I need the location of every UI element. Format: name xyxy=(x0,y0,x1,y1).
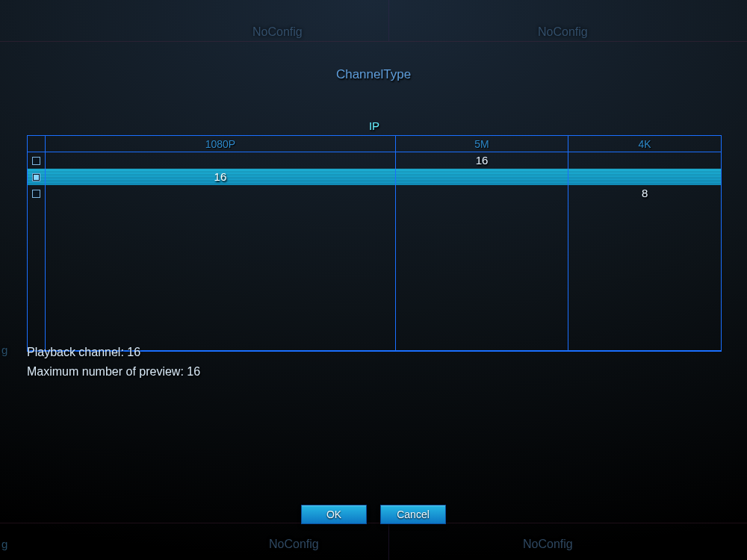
cell-1080p xyxy=(46,152,396,169)
column-header-4k[interactable]: 4K xyxy=(568,136,722,152)
dialog-title: ChannelType xyxy=(0,67,747,82)
row-checkbox[interactable] xyxy=(32,173,40,181)
bg-tile-label-partial: g xyxy=(1,343,7,356)
max-preview-label: Maximum number of preview: 16 xyxy=(27,362,200,382)
grid-divider xyxy=(0,41,747,42)
bg-tile-label: NoConfig xyxy=(538,25,588,39)
cell-4k: 8 xyxy=(568,185,722,202)
bg-tile-label-partial: g xyxy=(1,538,7,550)
ok-button[interactable]: OK xyxy=(301,505,367,524)
table-row[interactable]: 16 xyxy=(28,152,722,169)
grid-divider xyxy=(388,0,389,41)
cell-5m xyxy=(395,169,568,185)
grid-divider xyxy=(388,523,389,560)
screen-root: NoConfig NoConfig NoConfig NoConfig g g … xyxy=(0,0,747,560)
playback-channel-label: Playback channel: 16 xyxy=(27,343,200,362)
column-header-1080p[interactable]: 1080P xyxy=(46,136,396,152)
cell-5m: 16 xyxy=(395,152,568,169)
info-block: Playback channel: 16 Maximum number of p… xyxy=(27,343,200,382)
cell-5m xyxy=(395,185,568,202)
cell-4k xyxy=(568,152,722,169)
column-header-5m[interactable]: 5M xyxy=(395,136,568,152)
table-row-selected[interactable]: 16 xyxy=(28,169,722,185)
cancel-button[interactable]: Cancel xyxy=(380,505,446,524)
bg-tile-label: NoConfig xyxy=(269,538,319,551)
channel-table: IP 1080P 5M 4K 16 16 xyxy=(27,119,722,352)
cell-1080p: 16 xyxy=(46,169,396,185)
cell-1080p xyxy=(46,185,396,202)
dialog-button-row: OK Cancel xyxy=(0,505,747,524)
table-row[interactable]: 8 xyxy=(28,185,722,202)
bg-tile-label: NoConfig xyxy=(252,25,303,39)
cell-4k xyxy=(568,169,722,185)
bg-tile-label: NoConfig xyxy=(523,538,573,551)
checkbox-column-header xyxy=(28,136,46,152)
row-checkbox[interactable] xyxy=(32,190,40,198)
column-group-ip: IP xyxy=(27,119,722,132)
table-empty-area xyxy=(28,202,722,351)
row-checkbox[interactable] xyxy=(32,157,40,165)
